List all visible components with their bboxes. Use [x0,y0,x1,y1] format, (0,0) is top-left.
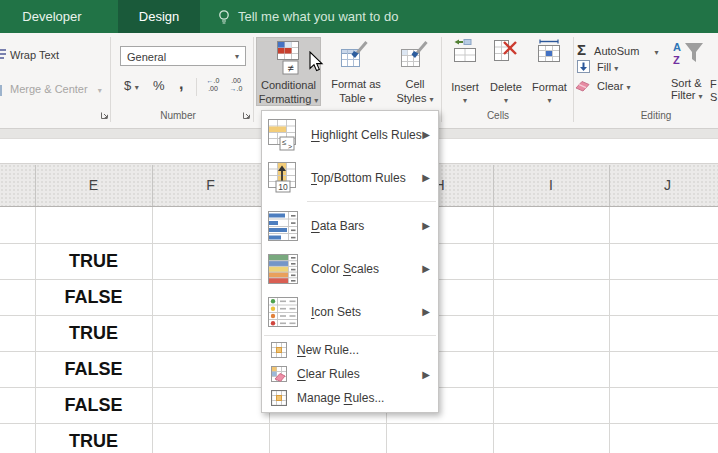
submenu-arrow-icon: ▶ [422,129,430,140]
lightbulb-icon [217,6,231,26]
highlight-cells-rules-icon: ≤ > [268,119,298,151]
cell-E6[interactable]: FALSE [35,387,152,423]
decrease-decimal-button[interactable]: .00 →.0 [224,77,248,93]
wrap-text-button[interactable]: Wrap Text [10,49,59,61]
group-separator [441,37,442,122]
menu-item-new-rule[interactable]: New Rule... [262,338,438,362]
svg-text:≤: ≤ [282,138,287,147]
comma-style-button[interactable]: , [179,75,183,93]
excel-window: Developer Design Tell me what you want t… [0,0,718,453]
icon-sets-icon [268,297,298,327]
chevron-down-icon: ▾ [485,96,527,105]
submenu-arrow-icon: ▶ [422,172,430,183]
chevron-down-icon: ▾ [235,47,239,67]
cell-E2[interactable]: TRUE [35,243,152,279]
submenu-arrow-icon: ▶ [422,263,430,274]
chevron-down-icon: ▾ [614,64,618,73]
insert-icon [454,39,476,62]
chevron-down-icon: ▾ [527,96,572,105]
column-header-I[interactable]: I [493,164,609,207]
tab-developer[interactable]: Developer [18,0,86,33]
sort-filter-button[interactable]: A Z Sort & Filter ▾ [671,39,705,101]
svg-text:>: > [288,142,292,149]
svg-text:A: A [673,41,681,53]
number-group-label: Number [112,110,244,121]
number-format-combobox[interactable]: General ▾ [120,46,246,66]
percent-style-button[interactable]: % [153,78,165,93]
column-header-E[interactable]: E [35,164,152,207]
mini-separator [196,78,197,96]
format-cells-button[interactable]: Format ▾ [527,37,572,107]
cell-styles-button[interactable]: Cell Styles ▾ [392,37,438,106]
column-header-F[interactable]: F [152,164,269,207]
tab-design[interactable]: Design [118,0,200,33]
eraser-icon [575,79,590,92]
svg-text:Z: Z [673,54,680,66]
chevron-down-icon: ▾ [98,86,102,95]
menu-item-color-scales[interactable]: Color Scales ▶ [262,247,438,290]
menu-separator [264,335,436,336]
menu-item-top-bottom-rules[interactable]: 10 Top/Bottom Rules ▶ [262,156,438,199]
sort-filter-icon: A Z [671,39,705,69]
svg-text:10: 10 [278,182,288,192]
wrap-text-icon [0,48,6,60]
merge-center-icon [0,85,2,96]
autosum-button[interactable]: Σ AutoSum ▾ [577,41,658,58]
cells-group-label: Cells [443,110,553,121]
tell-me-box[interactable]: Tell me what you want to do [217,0,398,33]
cell-E7[interactable]: TRUE [35,423,152,453]
fill-button[interactable]: Fill ▾ [577,60,618,73]
number-dialog-launcher-icon[interactable] [242,110,252,120]
group-separator [110,37,111,122]
find-select-button-clipped[interactable]: F S [710,78,717,103]
cell-E4[interactable]: TRUE [35,315,152,351]
chevron-down-icon: ▾ [699,92,703,101]
cell-E1[interactable] [35,207,152,243]
tell-me-label: Tell me what you want to do [238,9,398,24]
submenu-arrow-icon: ▶ [422,306,430,317]
cell-E5[interactable]: FALSE [35,351,152,387]
menu-item-icon-sets[interactable]: Icon Sets ▶ [262,290,438,333]
ribbon-tab-bar: Developer Design Tell me what you want t… [0,0,718,33]
mouse-cursor [309,51,324,73]
editing-group-label: Editing [600,110,712,121]
conditional-formatting-icon: ≠ [277,41,302,79]
group-separator [573,37,574,122]
format-as-table-icon [341,41,369,69]
chevron-down-icon: ▾ [135,83,139,92]
delete-cells-button[interactable]: Delete ▾ [485,37,527,107]
fill-icon [577,60,590,73]
top-bottom-rules-icon: 10 [268,162,298,194]
increase-decimal-button[interactable]: ←.0 .00 [201,77,225,93]
insert-cells-button[interactable]: Insert ▾ [445,37,485,107]
clear-button[interactable]: Clear ▾ [575,79,630,92]
alignment-dialog-launcher-icon[interactable] [100,110,110,120]
chevron-down-icon: ▾ [314,96,318,105]
cell-E3[interactable]: FALSE [35,279,152,315]
merge-center-button[interactable]: Merge & Center ▾ [10,83,102,95]
menu-item-manage-rules[interactable]: Manage Rules... [262,386,438,410]
chevron-down-icon: ▾ [445,96,485,105]
sigma-icon: Σ [577,41,586,58]
menu-item-highlight-cells-rules[interactable]: ≤ > Highlight Cells Rules ▶ [262,113,438,156]
chevron-down-icon: ▾ [626,83,630,92]
submenu-arrow-icon: ▶ [422,220,430,231]
chevron-down-icon: ▾ [369,95,373,104]
currency-format-button[interactable]: $ ▾ [124,78,139,93]
chevron-down-icon[interactable]: ▾ [654,48,658,57]
format-icon [538,39,560,62]
menu-item-clear-rules[interactable]: Clear Rules ▶ [262,362,438,386]
chevron-down-icon: ▾ [430,95,434,104]
manage-rules-icon [271,390,287,406]
format-as-table-button[interactable]: Format as Table ▾ [322,37,390,106]
delete-icon [494,39,518,62]
submenu-arrow-icon: ▶ [422,369,430,380]
column-header-divider [35,165,36,206]
column-header-J[interactable]: J [609,164,718,207]
not-equal-badge: ≠ [287,62,293,74]
menu-item-data-bars[interactable]: Data Bars ▶ [262,204,438,247]
color-scales-icon [268,254,298,284]
conditional-formatting-menu: ≤ > Highlight Cells Rules ▶ 10 Top/Bo [261,110,439,413]
clear-rules-icon [271,366,287,382]
number-format-value: General [127,51,166,63]
